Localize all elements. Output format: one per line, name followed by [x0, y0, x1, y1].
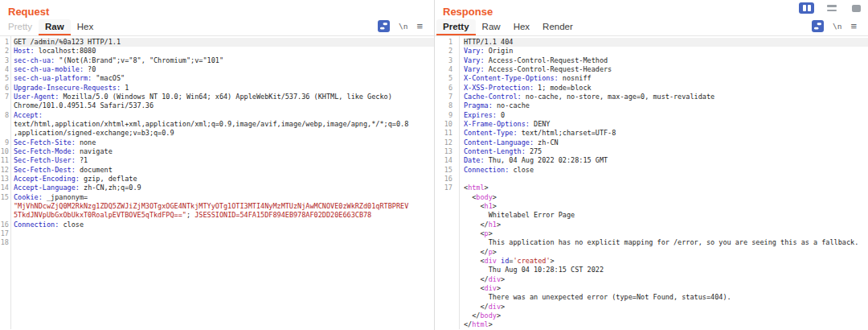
line-number: 7	[0, 93, 9, 101]
response-editor[interactable]: 1HTTP/1.1 4042Vary: Origin3Vary: Access-…	[435, 36, 868, 329]
code-line: 16	[435, 175, 868, 184]
tab-hex[interactable]: Hex	[507, 19, 536, 35]
line-number: 16	[435, 175, 456, 184]
line-number: 12	[0, 166, 9, 175]
line-number: 14	[435, 156, 456, 165]
line-number	[0, 101, 9, 110]
tab-pretty[interactable]: Pretty	[436, 19, 476, 35]
request-editor[interactable]: 1GET /admin/%0a123 HTTP/1.12Host: localh…	[0, 36, 434, 329]
code-line: 13Accept-Encoding: gzip, deflate	[0, 175, 434, 184]
code-line: There was an unexpected error (type=Not …	[435, 293, 868, 302]
line-number: 10	[435, 120, 456, 129]
line-number: 17	[435, 184, 456, 192]
line-number: 2	[0, 47, 9, 56]
code-line: 15Cookie: _jpanonym=	[0, 193, 434, 202]
code-line: 18	[0, 238, 434, 247]
request-tabbar: PrettyRawHex \n≡	[0, 19, 434, 36]
code-line: </p>	[435, 248, 868, 257]
response-editor-tools: \n≡	[812, 20, 857, 32]
code-line: text/html,application/xhtml+xml,applicat…	[0, 120, 434, 129]
line-number: 3	[0, 56, 9, 65]
code-line: This application has no explicit mapping…	[435, 238, 868, 247]
line-number	[435, 275, 456, 284]
line-number: 16	[0, 221, 9, 229]
gutter-divider	[10, 36, 11, 329]
line-number: 2	[435, 47, 456, 56]
line-number: 11	[435, 129, 456, 138]
editor-menu-icon[interactable]: ≡	[850, 23, 857, 31]
newline-toggle-icon[interactable]: \n	[833, 22, 841, 31]
tab-raw[interactable]: Raw	[476, 19, 507, 35]
line-number	[0, 211, 9, 220]
line-number	[435, 202, 456, 211]
newline-toggle-icon[interactable]: \n	[399, 22, 407, 31]
line-number: 13	[435, 147, 456, 156]
code-line: 10X-Frame-Options: DENY	[435, 120, 868, 129]
response-panel: Response PrettyRawHexRender \n≡ 1HTTP/1.…	[434, 0, 868, 330]
request-panel: Request PrettyRawHex \n≡ 1GET /admin/%0a…	[0, 0, 434, 330]
code-line: </body>	[435, 311, 868, 320]
line-number: 12	[435, 138, 456, 147]
request-editor-tools: \n≡	[378, 20, 423, 32]
tab-raw[interactable]: Raw	[39, 19, 71, 35]
line-number: 7	[435, 93, 456, 101]
code-line: 13Content-Length: 275	[435, 147, 868, 156]
code-line: 12Content-Language: zh-CN	[435, 138, 868, 147]
layout-columns-button[interactable]	[799, 2, 814, 14]
tab-render[interactable]: Render	[536, 19, 579, 35]
code-line: 7User-Agent: Mozilla/5.0 (Windows NT 10.…	[0, 93, 434, 101]
line-number: 13	[0, 175, 9, 184]
code-line: 8Pragma: no-cache	[435, 101, 868, 110]
code-line: 4Vary: Access-Control-Request-Headers	[435, 65, 868, 74]
code-line: <p>	[435, 229, 868, 238]
line-number	[435, 257, 456, 266]
line-number	[435, 311, 456, 320]
syntax-highlight-icon[interactable]	[812, 20, 824, 32]
layout-single-button[interactable]	[849, 2, 864, 14]
code-line: 6Upgrade-Insecure-Requests: 1	[0, 84, 434, 93]
code-line: Chrome/101.0.4951.54 Safari/537.36	[0, 101, 434, 110]
request-panel-title: Request	[0, 0, 434, 19]
line-number: 5	[0, 74, 9, 83]
code-line: 1GET /admin/%0a123 HTTP/1.1	[0, 38, 434, 47]
code-line: 11Content-Type: text/html;charset=UTF-8	[435, 129, 868, 138]
line-number: 9	[0, 138, 9, 147]
code-line: 3Vary: Access-Control-Request-Method	[435, 56, 868, 65]
line-number	[435, 221, 456, 229]
code-line: <h1>	[435, 202, 868, 211]
code-line: ,application/signed-exchange;v=b3;q=0.9	[0, 129, 434, 138]
code-line: 15Connection: close	[435, 166, 868, 175]
code-line: 2Vary: Origin	[435, 47, 868, 56]
syntax-highlight-icon[interactable]	[378, 20, 390, 32]
gutter-divider	[459, 36, 460, 329]
line-number: 4	[435, 65, 456, 74]
line-number: 18	[0, 238, 9, 247]
line-number	[435, 320, 456, 329]
line-number: 6	[435, 84, 456, 93]
line-number	[0, 202, 9, 211]
code-line: 10Sec-Fetch-Mode: navigate	[0, 147, 434, 156]
layout-rows-button[interactable]	[824, 2, 839, 14]
editor-menu-icon[interactable]: ≡	[416, 23, 423, 31]
line-number	[435, 193, 456, 202]
code-line: <div id='created'>	[435, 257, 868, 266]
line-number: 4	[0, 65, 9, 74]
tab-hex[interactable]: Hex	[71, 19, 100, 35]
code-line: 5X-Content-Type-Options: nosniff	[435, 74, 868, 83]
line-number	[435, 238, 456, 247]
code-line: </div>	[435, 275, 868, 284]
code-line: 11Sec-Fetch-User: ?1	[0, 156, 434, 165]
line-number	[435, 229, 456, 238]
line-number: 6	[0, 84, 9, 93]
code-line: <body>	[435, 193, 868, 202]
code-line: 17	[0, 229, 434, 238]
line-number: 8	[435, 101, 456, 110]
line-number: 1	[435, 38, 456, 47]
line-number: 8	[0, 111, 9, 120]
code-line: 12Sec-Fetch-Dest: document	[0, 166, 434, 175]
line-number	[0, 129, 9, 138]
code-line: 9Sec-Fetch-Site: none	[0, 138, 434, 147]
code-line: <div>	[435, 284, 868, 293]
line-number	[435, 293, 456, 302]
view-layout-buttons	[799, 2, 864, 14]
